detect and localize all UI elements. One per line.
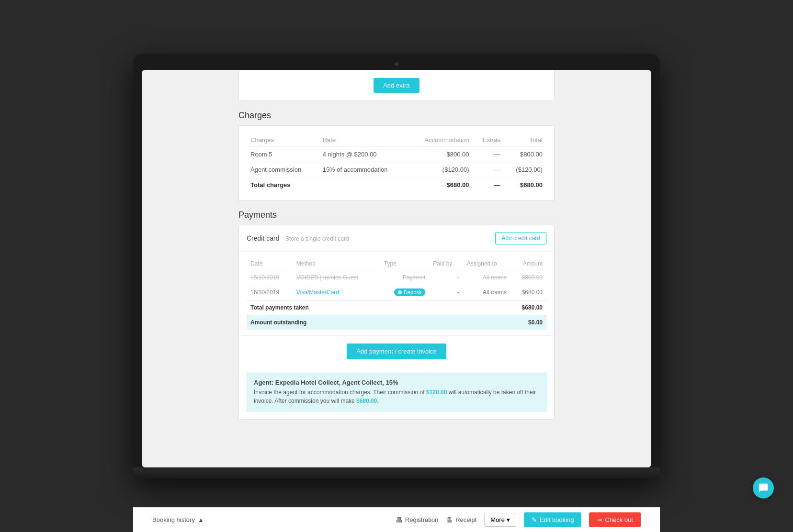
payment-method: VOIDED | Invoice Guest xyxy=(293,270,380,285)
total-payments-row: Total payments taken $680.00 xyxy=(247,300,546,315)
charges-cell-name: Agent commission xyxy=(247,162,319,177)
support-bubble[interactable] xyxy=(753,477,774,499)
charges-cell-rate: 4 nights @ $200.00 xyxy=(319,146,408,162)
payment-type: Payment xyxy=(380,270,429,285)
outstanding-row: Amount outstanding $0.00 xyxy=(247,315,546,330)
payment-date: 16/10/2019 xyxy=(247,285,293,300)
registration-link[interactable]: 🖶 Registration xyxy=(396,516,438,524)
print-icon-receipt: 🖶 xyxy=(446,516,453,524)
charges-cell-total: ($120.00) xyxy=(504,162,546,177)
charges-cell-accommodation: $680.00 xyxy=(408,177,473,192)
pcol-method: Method xyxy=(293,257,380,270)
col-extras: Extras xyxy=(473,133,504,147)
payment-row: 15/10/2019 VOIDED | Invoice Guest Paymen… xyxy=(247,270,546,285)
total-payments-label: Total payments taken xyxy=(247,300,510,315)
laptop-camera xyxy=(395,62,398,66)
credit-card-header: Credit card Store a single credit card A… xyxy=(239,225,554,252)
laptop-base xyxy=(133,467,660,479)
charges-cell-rate xyxy=(319,177,408,192)
more-label: More xyxy=(490,516,505,523)
payment-paid-by: - xyxy=(429,285,463,300)
payment-date: 15/10/2019 xyxy=(247,270,293,285)
pcol-paidby: Paid by xyxy=(429,257,463,270)
check-out-label: Check out xyxy=(605,516,633,523)
registration-label: Registration xyxy=(405,516,438,523)
payment-assigned-to: All rooms xyxy=(463,270,510,285)
edit-booking-button[interactable]: ✎ Edit booking xyxy=(524,512,582,527)
add-payment-area: Add payment / create invoice xyxy=(239,335,554,367)
check-out-button[interactable]: ⇥ Check out xyxy=(589,512,641,527)
charges-card: Charges Rate Accommodation Extras Total … xyxy=(238,125,555,200)
bottom-bar: Booking history ▲ 🖶 Registration 🖶 Recei… xyxy=(133,507,660,532)
payment-row: 16/10/2019 Visa/MasterCard Deposit - All… xyxy=(247,285,546,300)
pcol-type: Type xyxy=(380,257,429,270)
pcol-date: Date xyxy=(247,257,293,270)
booking-history-link[interactable]: Booking history ▲ xyxy=(152,516,204,523)
agent-notice: Agent: Expedia Hotel Collect, Agent Coll… xyxy=(247,373,546,411)
outstanding-label: Amount outstanding xyxy=(247,315,510,330)
credit-card-label: Credit card xyxy=(247,234,279,242)
charges-cell-total: $800.00 xyxy=(504,146,546,162)
charges-cell-accommodation: $800.00 xyxy=(408,146,473,162)
charges-table: Charges Rate Accommodation Extras Total … xyxy=(247,133,546,192)
receipt-link[interactable]: 🖶 Receipt xyxy=(446,516,476,524)
charges-cell-rate: 15% of accommodation xyxy=(319,162,408,177)
col-total: Total xyxy=(504,133,546,147)
edit-booking-label: Edit booking xyxy=(540,516,574,523)
charges-cell-extras: — xyxy=(473,177,504,192)
col-rate: Rate xyxy=(319,133,408,147)
agent-notice-body: Invoice the agent for accommodation char… xyxy=(254,388,539,405)
charges-cell-total: $680.00 xyxy=(504,177,546,192)
col-charges: Charges xyxy=(247,133,319,147)
chevron-down-icon: ▾ xyxy=(507,516,510,523)
more-button[interactable]: More ▾ xyxy=(484,513,516,527)
charges-heading: Charges xyxy=(238,111,555,121)
total-payments-value: $680.00 xyxy=(510,300,546,315)
bottom-bar-actions: 🖶 Registration 🖶 Receipt More ▾ ✎ Edit b… xyxy=(396,512,641,527)
add-payment-button[interactable]: Add payment / create invoice xyxy=(347,344,446,359)
pencil-icon: ✎ xyxy=(532,516,537,523)
add-extra-area: Add extra xyxy=(238,70,555,101)
payment-assigned-to: All rooms xyxy=(463,285,510,300)
charges-cell-name: Total charges xyxy=(247,177,319,192)
charges-row: Room 5 4 nights @ $200.00 $800.00 — $800… xyxy=(247,146,546,162)
charges-cell-extras: — xyxy=(473,162,504,177)
add-credit-card-button[interactable]: Add credit card xyxy=(495,232,546,244)
payment-amount: $800.00 xyxy=(510,270,546,285)
receipt-label: Receipt xyxy=(455,516,476,523)
payments-heading: Payments xyxy=(238,210,555,220)
charges-row: Agent commission 15% of accommodation ($… xyxy=(247,162,546,177)
pcol-amount: Amount xyxy=(510,257,546,270)
print-icon-reg: 🖶 xyxy=(396,516,402,524)
payment-type: Deposit xyxy=(380,285,429,300)
payments-card: Credit card Store a single credit card A… xyxy=(238,225,555,420)
credit-card-sub: Store a single credit card xyxy=(285,235,349,242)
charges-cell-extras: — xyxy=(473,146,504,162)
payments-table: Date Method Type Paid by Assigned to Amo… xyxy=(247,257,546,330)
agent-notice-title: Agent: Expedia Hotel Collect, Agent Coll… xyxy=(254,379,539,386)
add-extra-button[interactable]: Add extra xyxy=(374,78,419,93)
payment-method[interactable]: Visa/MasterCard xyxy=(293,285,380,300)
payment-amount: $680.00 xyxy=(510,285,546,300)
col-accommodation: Accommodation xyxy=(408,133,473,147)
door-icon: ⇥ xyxy=(597,516,602,523)
payment-paid-by: - xyxy=(429,270,463,285)
booking-history-label: Booking history xyxy=(152,516,195,523)
outstanding-value: $0.00 xyxy=(510,315,546,330)
charges-cell-accommodation: ($120.00) xyxy=(408,162,473,177)
chevron-up-icon: ▲ xyxy=(198,516,204,523)
chat-icon xyxy=(758,483,769,493)
charges-row: Total charges $680.00 — $680.00 xyxy=(247,177,546,192)
charges-cell-name: Room 5 xyxy=(247,146,319,162)
pcol-assigned: Assigned to xyxy=(463,257,510,270)
